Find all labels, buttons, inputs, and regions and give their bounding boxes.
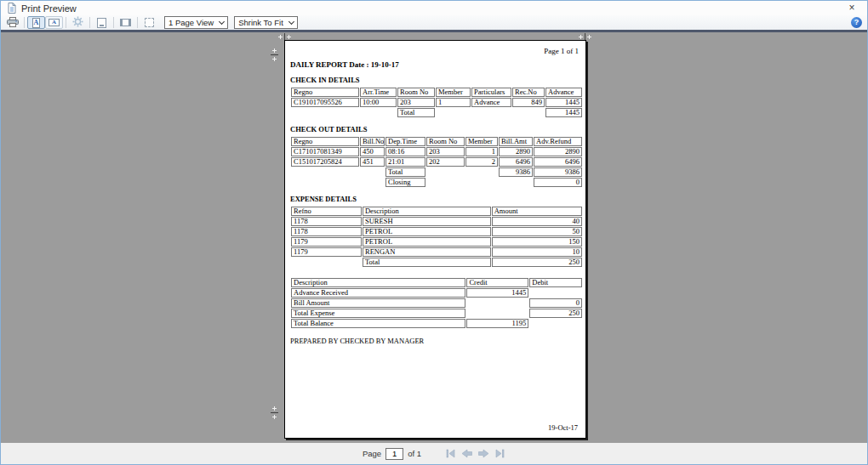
cell: 6496 [499, 157, 533, 167]
col-header: Member [465, 137, 498, 146]
col-header: Adv.Refund [534, 137, 582, 146]
margin-arrow-icon [587, 35, 591, 39]
close-icon[interactable]: × [845, 1, 859, 14]
total-label: Total [363, 258, 491, 267]
page-number-input[interactable] [385, 448, 403, 460]
checkin-header-row: Regno Arr.Time Room No Member Particular… [291, 88, 582, 97]
top-margin-handle[interactable] [271, 48, 278, 61]
checkout-closing-row: Closing 0 [291, 178, 582, 187]
total-value: 9386 [534, 167, 582, 177]
cell: 1178 [291, 217, 362, 226]
footer-date: 19-Oct-17 [548, 423, 578, 432]
preview-area: Page 1 of 1 DAILY REPORT Date : 19-10-17… [1, 32, 867, 445]
cell: C191017095526 [291, 98, 359, 107]
summary-table: Description Credit Debit Advance Receive… [290, 277, 583, 329]
last-page-button[interactable] [494, 449, 505, 458]
cell: Bill Amount [291, 298, 465, 308]
last-page-icon [494, 449, 505, 458]
report-page: Page 1 of 1 DAILY REPORT Date : 19-10-17… [284, 40, 586, 439]
cell: 1179 [291, 247, 362, 257]
cell: 21:01 [385, 157, 425, 167]
checkin-section-title: CHECK IN DETAILS [290, 76, 579, 84]
cell: C151017205824 [291, 157, 359, 167]
margin-arrow-icon [272, 48, 277, 53]
toolbar-separator [66, 17, 66, 28]
shrink-to-fit-select[interactable]: Shrink To Fit [234, 16, 298, 29]
cell: 1 [465, 147, 498, 156]
checkout-header-row: Regno Bill.No Dep.Time Room No Member Bi… [291, 137, 582, 146]
cell: 2 [465, 157, 498, 167]
cell: 1 [436, 98, 471, 107]
cell: 08:16 [385, 147, 425, 156]
page-view-value: 1 Page View [168, 18, 214, 27]
cell: 203 [397, 98, 435, 107]
col-header: Regno [291, 137, 359, 146]
summary-row: Total Expense 250 [291, 309, 582, 318]
chevron-down-icon [288, 18, 294, 24]
previous-page-button[interactable] [461, 449, 473, 458]
summary-row: Bill Amount 0 [291, 298, 582, 308]
cell: 50 [492, 227, 582, 236]
expense-total-row: Total 250 [291, 258, 582, 267]
summary-row: Total Balance 1195 [291, 319, 582, 328]
cell: 250 [529, 309, 582, 318]
bottom-margin-handle[interactable] [271, 406, 278, 419]
cell: 451 [360, 157, 385, 167]
page-navigation [445, 449, 505, 458]
cell: 10 [492, 247, 582, 257]
page-of-label: of 1 [408, 449, 421, 458]
page-setup-button[interactable] [69, 16, 87, 29]
checkout-data-row: C151017205824 451 21:01 202 2 6496 6496 [291, 157, 582, 167]
col-header: Debit [529, 278, 582, 287]
margin-arrow-icon [272, 57, 277, 61]
landscape-button[interactable]: A [45, 16, 63, 29]
closing-label: Closing [385, 178, 425, 187]
page-view-select[interactable]: 1 Page View [164, 16, 228, 29]
col-header: Room No [397, 88, 435, 97]
print-button[interactable] [3, 16, 21, 29]
help-button[interactable]: ? [851, 17, 862, 28]
toolbar-separator [113, 17, 114, 28]
first-page-button[interactable] [445, 449, 457, 458]
headers-footers-button[interactable] [93, 16, 111, 29]
margin-arrow-icon [579, 35, 583, 39]
full-page-button[interactable] [140, 16, 158, 29]
cell: PETROL [363, 237, 491, 247]
gear-icon [72, 15, 83, 31]
full-width-button[interactable] [117, 16, 134, 29]
portrait-icon: A [32, 18, 40, 28]
total-value: 1445 [545, 108, 582, 117]
full-page-icon [145, 18, 154, 27]
col-header: Rec.No [512, 88, 545, 97]
col-header: Description [291, 278, 465, 287]
report-title: DAILY REPORT Date : 19-10-17 [290, 60, 579, 69]
total-label: Total [385, 167, 425, 177]
checkin-data-row: C191017095526 10:00 203 1 Advance 849 14… [291, 98, 582, 107]
toolbar-separator [137, 17, 138, 28]
statusbar: Page of 1 [1, 443, 867, 464]
margin-arrow-icon [278, 35, 283, 39]
cell: 203 [426, 147, 465, 156]
cell: 0 [529, 298, 582, 308]
expense-data-row: 1179 PETROL 150 [291, 237, 582, 247]
cell: Advance [471, 98, 511, 107]
col-header: Bill.Amt [499, 137, 533, 146]
col-header: Bill.No [360, 137, 385, 146]
checkin-table: Regno Arr.Time Room No Member Particular… [290, 87, 583, 118]
col-header: Regno [291, 88, 359, 97]
cell: 202 [426, 157, 465, 167]
checkout-data-row: C171017081349 450 08:16 203 1 2890 2890 [291, 147, 582, 156]
document-icon [8, 3, 16, 14]
portrait-button[interactable]: A [27, 16, 45, 29]
expense-header-row: Refno Description Amount [291, 207, 582, 216]
col-header: Arr.Time [360, 88, 397, 97]
next-page-button[interactable] [477, 449, 489, 458]
margin-arrow-icon [287, 35, 291, 39]
col-header: Member [436, 88, 471, 97]
checkout-total-row: Total 9386 9386 [291, 167, 582, 177]
landscape-icon: A [49, 19, 60, 26]
total-value: 250 [492, 258, 582, 267]
previous-page-icon [461, 449, 473, 458]
toolbar-separator [89, 17, 90, 28]
col-header: Amount [492, 207, 582, 216]
